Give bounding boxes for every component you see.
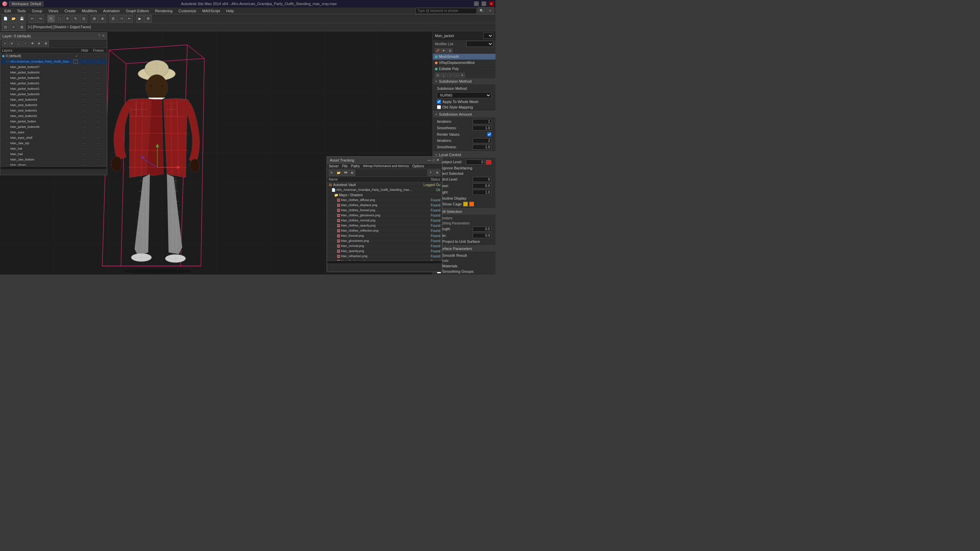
redo-btn[interactable]: ↪ (37, 15, 44, 22)
asset-item[interactable]: 🖼Man_normal.pngFound (327, 243, 442, 249)
layer-item[interactable]: Man_hair—— (0, 151, 107, 157)
crease-input[interactable] (473, 183, 492, 189)
modifier-editable-poly[interactable]: Editable Poly (433, 66, 495, 72)
menu-create[interactable]: Create (62, 8, 78, 14)
asset-item[interactable]: 🖼Man_clothes_glossiness.pngFound (327, 213, 442, 218)
asset-item[interactable]: 🖼Man_glossiness.pngFound (327, 238, 442, 243)
render-btn[interactable]: ▶ (136, 15, 143, 22)
layer-item-afro[interactable]: Afro-American_Grandpa_Party_Outfit_Stand… (0, 59, 107, 64)
mod-ctrl-5[interactable]: ✕ (460, 73, 465, 78)
layer-item[interactable]: Man_jacket_button03—— (0, 92, 107, 97)
save-file-btn[interactable]: 💾 (18, 15, 25, 22)
asset-settings-btn[interactable]: ⚙ (434, 170, 440, 176)
weight-input[interactable] (473, 190, 492, 195)
close-button[interactable]: ✕ (489, 2, 494, 6)
subobject-input[interactable] (466, 159, 485, 165)
asset-item-maps-folder[interactable]: 📁 Maps / Shaders (327, 192, 442, 198)
asset-item[interactable]: 🖼Man_clothes_fresnel.pngFound (327, 208, 442, 213)
workspace-selector[interactable]: Workspace: Default (9, 2, 43, 6)
zoom-all-btn[interactable]: ⊞ (18, 24, 25, 31)
layer-item[interactable]: Man_jacket_button04—— (0, 70, 107, 75)
menu-graph-editors[interactable]: Graph Editors (123, 8, 152, 14)
layer-item[interactable]: Man_jacket_button05—— (0, 75, 107, 81)
layer-freeze-btn[interactable]: ❄ (36, 40, 42, 47)
layer-item[interactable]: Man_vest_button04—— (0, 97, 107, 102)
layer-item[interactable]: Man_eyes_shell—— (0, 135, 107, 140)
menu-maxscript[interactable]: MAXScript (200, 8, 223, 14)
modifier-show-btn[interactable]: 👁 (441, 48, 447, 53)
layer-item[interactable]: Man_jacket_button—— (0, 119, 107, 124)
asset-map-btn[interactable]: 🗺 (342, 170, 348, 176)
help-button[interactable]: ? (486, 7, 494, 14)
asset-item[interactable]: 🖼Man_clothes_displace.pngFound (327, 203, 442, 208)
open-file-btn[interactable]: 📂 (10, 15, 18, 22)
menu-rendering[interactable]: Rendering (153, 8, 175, 14)
layer-item[interactable]: Man_shoes—— (0, 162, 107, 166)
subobject-color-btn[interactable] (486, 160, 492, 165)
asset-item-main-file[interactable]: 📄 Afro_American_Grandpa_Party_Outfit_Sta… (327, 187, 442, 192)
asset-menu-paths[interactable]: Paths (351, 164, 360, 168)
render-values-checkbox[interactable] (487, 132, 492, 137)
asset-item[interactable]: 🖼Man_refraction.pngFound (327, 254, 442, 259)
menu-edit[interactable]: Edit (2, 8, 14, 14)
asset-menu-options[interactable]: Options (412, 164, 424, 168)
new-file-btn[interactable]: 📄 (2, 15, 9, 22)
layer-item[interactable]: Man_vest_button01—— (0, 108, 107, 113)
scale-btn[interactable]: ⊡ (80, 15, 88, 22)
asset-refresh-btn[interactable]: ↻ (329, 170, 335, 176)
layer-new-btn[interactable]: + (2, 40, 8, 47)
layer-item[interactable]: Man_Jaw_top—— (0, 140, 107, 146)
menu-tools[interactable]: Tools (14, 8, 29, 14)
menu-group[interactable]: Group (29, 8, 45, 14)
layer-item[interactable]: Man_vest_button03—— (0, 102, 107, 108)
asset-menu-bitmap[interactable]: Bitmap Performance and Memory (363, 164, 409, 168)
subdivision-method-header[interactable]: ▼ Subdivision Method (433, 78, 495, 84)
modifier-config-btn[interactable]: ⚙ (447, 48, 453, 53)
asset-browse-btn[interactable]: 📂 (336, 170, 342, 176)
smoothness-input[interactable] (473, 125, 492, 130)
minimize-button[interactable]: ─ (474, 2, 479, 6)
layer-item[interactable]: Man_vest_button02—— (0, 113, 107, 119)
asset-close-btn[interactable]: ✕ (436, 158, 439, 162)
asset-item[interactable]: 🖼Man_clothes_normal.pngFound (327, 218, 442, 223)
mod-ctrl-2[interactable]: | (441, 73, 447, 78)
layer-item[interactable]: Man_eyes—— (0, 130, 107, 135)
menu-views[interactable]: Views (46, 8, 61, 14)
apply-whole-mesh-checkbox[interactable] (437, 100, 441, 104)
subdivision-amount-header[interactable]: ▼ Subdivision Amount (433, 111, 495, 118)
render-setup-btn[interactable]: ⚙ (144, 15, 152, 22)
layer-item[interactable]: Man_jacket_button02—— (0, 86, 107, 92)
zoom-btn[interactable]: + (10, 24, 18, 31)
modifier-list-dropdown[interactable] (483, 33, 493, 39)
layer-item[interactable]: Man_hat—— (0, 146, 107, 151)
cage-color2[interactable] (469, 202, 474, 206)
modifier-dropdown-select[interactable] (466, 41, 493, 47)
layer-add-sel-btn[interactable]: ↓ (16, 40, 22, 47)
layer-btn[interactable]: ☰ (109, 15, 117, 22)
layer-close-btn[interactable]: ✕ (102, 34, 105, 38)
render-smoothness-input[interactable] (473, 144, 492, 150)
mod-ctrl-1[interactable]: ⊡ (435, 73, 440, 78)
asset-item[interactable]: 🖼Man_fresnel.pngFound (327, 233, 442, 238)
move-btn[interactable]: ✛ (64, 15, 71, 22)
layer-item[interactable]: Man_Jaw_bottom—— (0, 157, 107, 162)
asset-scrollbar[interactable] (327, 260, 442, 263)
layer-item-default[interactable]: 0 (default) ✓ — — (0, 53, 107, 59)
layer-settings-btn[interactable]: ⚙ (43, 40, 49, 47)
asset-item-vault[interactable]: 🏛 Autodesk Vault Logged Ou (327, 182, 442, 187)
layer-delete-btn[interactable]: ✕ (9, 40, 15, 47)
layer-item[interactable]: Man_jacket_button01—— (0, 81, 107, 86)
modifier-meshsmooth[interactable]: MeshSmooth (433, 54, 495, 60)
nurms-dropdown[interactable]: NURMS (437, 92, 492, 98)
control-level-input[interactable] (473, 177, 492, 182)
pivot-btn[interactable]: ⊕ (99, 15, 106, 22)
cage-color1[interactable] (463, 202, 468, 206)
layer-item[interactable]: Man_jacket_button07—— (0, 64, 107, 70)
asset-item[interactable]: 🖼Man_clothes_opacity.pngFound (327, 223, 442, 228)
layer-help-btn[interactable]: ? (98, 34, 100, 38)
reference-btn[interactable]: ⊞ (91, 15, 98, 22)
layer-scrollbar[interactable] (0, 166, 107, 169)
asset-grid-btn[interactable]: ⊞ (349, 170, 355, 176)
asset-maximize-btn[interactable]: □ (433, 158, 435, 162)
menu-animation[interactable]: Animation (100, 8, 123, 14)
